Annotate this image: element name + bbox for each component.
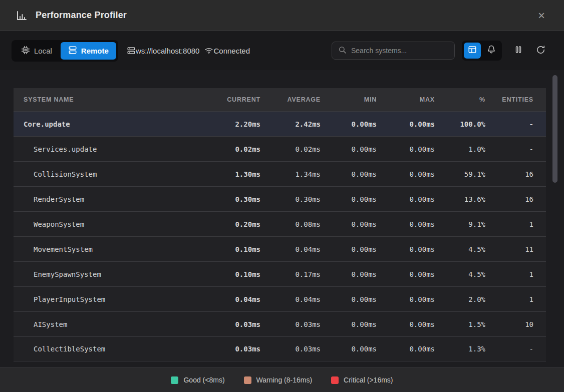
cpu-chip-icon xyxy=(21,46,30,56)
max-cell: 0.00ms xyxy=(377,120,435,128)
vertical-scrollbar[interactable] xyxy=(552,75,557,183)
percent-cell: 4.5% xyxy=(435,270,485,278)
column-header[interactable]: CURRENT xyxy=(205,96,260,103)
legend-color-swatch xyxy=(171,376,178,384)
column-header[interactable]: % xyxy=(435,96,485,103)
table-row[interactable]: Core.update2.20ms2.42ms0.00ms0.00ms100.0… xyxy=(14,111,546,136)
current-cell: 0.30ms xyxy=(205,195,260,203)
bell-icon xyxy=(487,45,496,56)
refresh-button[interactable] xyxy=(533,43,548,58)
percent-cell: 1.3% xyxy=(435,345,485,353)
connection-status: Connected xyxy=(213,47,250,55)
table-row[interactable]: Services.update0.02ms0.02ms0.00ms0.00ms1… xyxy=(14,136,546,161)
current-cell: 0.10ms xyxy=(205,245,260,253)
max-cell: 0.00ms xyxy=(377,270,435,278)
table-row[interactable]: MovementSystem0.10ms0.04ms0.00ms0.00ms4.… xyxy=(14,236,546,261)
search-box xyxy=(332,42,455,60)
legend-item: Good (<8ms) xyxy=(171,376,224,384)
table-row[interactable]: WeaponSystem0.20ms0.08ms0.00ms0.00ms9.1%… xyxy=(14,211,546,236)
legend-footer: Good (<8ms)Warning (8-16ms)Critical (>16… xyxy=(0,367,564,392)
entities-cell: 1 xyxy=(485,270,533,278)
entities-cell: 11 xyxy=(485,245,533,253)
current-cell: 0.03ms xyxy=(205,345,260,353)
current-cell: 0.10ms xyxy=(205,270,260,278)
min-cell: 0.00ms xyxy=(321,245,377,253)
entities-cell: 1 xyxy=(485,220,533,228)
bar-chart-icon xyxy=(15,9,28,22)
system-name-cell: MovementSystem xyxy=(24,245,205,253)
current-cell: 0.02ms xyxy=(205,145,260,153)
legend-label: Good (<8ms) xyxy=(183,376,224,384)
average-cell: 0.04ms xyxy=(260,245,321,253)
pause-button[interactable] xyxy=(511,43,526,58)
search-icon xyxy=(338,46,347,56)
table-view-icon xyxy=(468,45,477,56)
max-cell: 0.00ms xyxy=(377,170,435,178)
min-cell: 0.00ms xyxy=(321,170,377,178)
table-row[interactable]: PlayerInputSystem0.04ms0.04ms0.00ms0.00m… xyxy=(14,286,546,311)
column-header[interactable]: MAX xyxy=(377,96,435,103)
min-cell: 0.00ms xyxy=(321,345,377,353)
legend-item: Critical (>16ms) xyxy=(331,376,393,384)
remote-mode-button[interactable]: Remote xyxy=(61,42,116,60)
average-cell: 0.04ms xyxy=(260,295,321,303)
percent-cell: 1.5% xyxy=(435,320,485,328)
column-header[interactable]: SYSTEM NAME xyxy=(24,96,205,103)
local-mode-button[interactable]: Local xyxy=(14,42,60,60)
table-view-button[interactable] xyxy=(464,43,481,59)
current-cell: 2.20ms xyxy=(205,120,260,128)
table-row[interactable]: AISystem0.03ms0.03ms0.00ms0.00ms1.5%10 xyxy=(14,311,546,336)
current-cell: 0.04ms xyxy=(205,295,260,303)
host-server-icon xyxy=(127,46,136,55)
percent-cell: 59.1% xyxy=(435,170,485,178)
close-icon[interactable]: × xyxy=(534,8,549,23)
current-cell: 0.20ms xyxy=(205,220,260,228)
max-cell: 0.00ms xyxy=(377,295,435,303)
column-header[interactable]: MIN xyxy=(321,96,377,103)
average-cell: 1.34ms xyxy=(260,170,321,178)
refresh-icon xyxy=(536,45,545,57)
table-row[interactable]: EnemySpawnSystem0.10ms0.17ms0.00ms0.00ms… xyxy=(14,261,546,286)
performance-profiler-window: Performance Profiler × Local xyxy=(0,0,564,392)
window-header: Performance Profiler × xyxy=(0,0,564,31)
min-cell: 0.00ms xyxy=(321,295,377,303)
average-cell: 0.30ms xyxy=(260,195,321,203)
entities-cell: 16 xyxy=(485,170,533,178)
column-header[interactable]: AVERAGE xyxy=(260,96,321,103)
table-header-row: SYSTEM NAMECURRENTAVERAGEMINMAX%ENTITIES xyxy=(14,88,546,111)
alerts-button[interactable] xyxy=(483,43,500,59)
average-cell: 0.03ms xyxy=(260,345,321,353)
search-input[interactable] xyxy=(351,47,448,55)
system-name-cell: EnemySpawnSystem xyxy=(24,270,205,278)
mode-switcher: Local Remote xyxy=(12,40,118,62)
local-mode-label: Local xyxy=(34,47,52,55)
system-name-cell: CollisionSystem xyxy=(24,170,205,178)
table-body: Core.update2.20ms2.42ms0.00ms0.00ms100.0… xyxy=(14,111,546,361)
entities-cell: - xyxy=(485,120,533,128)
pause-icon xyxy=(514,45,523,56)
percent-cell: 9.1% xyxy=(435,220,485,228)
table-row[interactable]: CollectibleSystem0.03ms0.03ms0.00ms0.00m… xyxy=(14,336,546,361)
max-cell: 0.00ms xyxy=(377,245,435,253)
min-cell: 0.00ms xyxy=(321,120,377,128)
system-name-cell: RenderSystem xyxy=(24,195,205,203)
entities-cell: - xyxy=(485,345,533,353)
system-name-cell: PlayerInputSystem xyxy=(24,295,205,303)
page-title: Performance Profiler xyxy=(36,10,127,21)
table-row[interactable]: RenderSystem0.30ms0.30ms0.00ms0.00ms13.6… xyxy=(14,186,546,211)
remote-mode-label: Remote xyxy=(81,47,109,55)
min-cell: 0.00ms xyxy=(321,220,377,228)
table-row[interactable]: CollisionSystem1.30ms1.34ms0.00ms0.00ms5… xyxy=(14,161,546,186)
system-name-cell: Services.update xyxy=(24,145,205,153)
column-header[interactable]: ENTITIES xyxy=(485,96,533,103)
percent-cell: 100.0% xyxy=(435,120,485,128)
entities-cell: - xyxy=(485,145,533,153)
legend-color-swatch xyxy=(331,376,339,384)
systems-table: SYSTEM NAMECURRENTAVERAGEMINMAX%ENTITIES… xyxy=(14,88,546,361)
percent-cell: 4.5% xyxy=(435,245,485,253)
wifi-icon xyxy=(204,46,213,55)
percent-cell: 1.0% xyxy=(435,145,485,153)
min-cell: 0.00ms xyxy=(321,145,377,153)
average-cell: 0.02ms xyxy=(260,145,321,153)
min-cell: 0.00ms xyxy=(321,270,377,278)
